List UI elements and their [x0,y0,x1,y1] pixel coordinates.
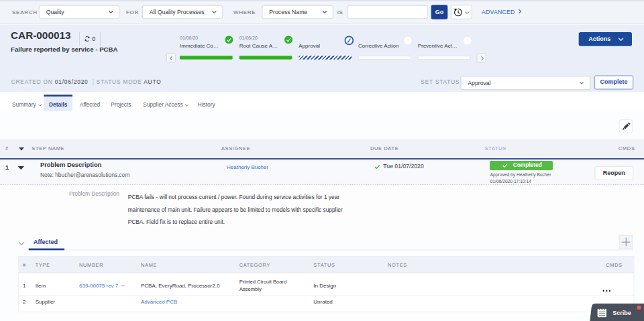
svg-text:Scribe: Scribe [612,310,631,316]
